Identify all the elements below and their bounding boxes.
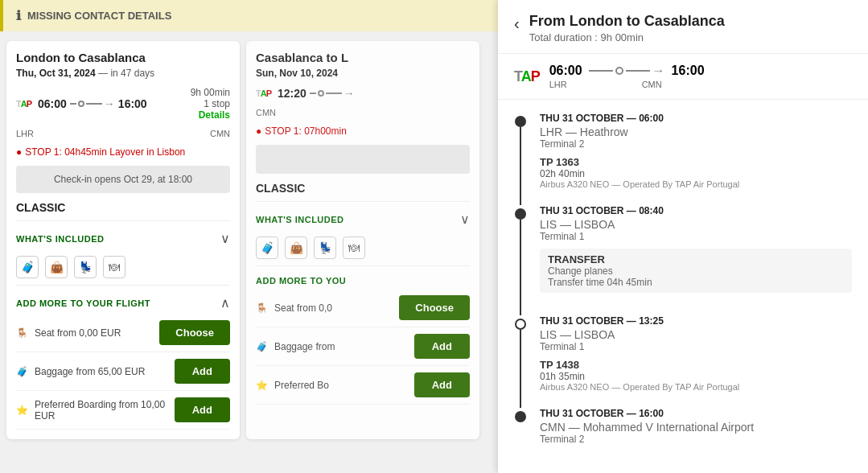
detail-header-info: From London to Casablanca Total duration…	[529, 13, 725, 43]
left-panel: ℹ MISSING CONTACT DETAILS London to Casa…	[0, 0, 499, 473]
timeline-item-0: THU 31 OCTOBER — 06:00 LHR — Heathrow Te…	[514, 113, 852, 205]
flight-1-stops: 1 stop	[191, 98, 230, 109]
flight-2-title: Casablanca to L	[256, 51, 470, 64]
seat-label-2: Seat from 0,0	[274, 302, 332, 314]
timeline-date-3: THU 31 OCTOBER — 16:00	[540, 408, 852, 419]
timeline-flight-2: TP 1438	[540, 359, 852, 371]
detail-depart-time: 06:00	[549, 64, 582, 78]
boarding-label-2: Preferred Bo	[274, 380, 329, 391]
bag-icon: 👜	[45, 256, 68, 278]
missing-banner: ℹ MISSING CONTACT DETAILS	[0, 0, 499, 31]
luggage-icon-2: 🧳	[256, 236, 278, 259]
timeline-terminal-1: Terminal 1	[540, 231, 852, 242]
add-more-label-2: ADD MORE TO YOU	[256, 276, 346, 286]
bag-label-2: Baggage from	[274, 341, 335, 352]
add-more-section: ADD MORE TO YOUR FLIGHT ∧ 🪑 Seat from 0,…	[16, 285, 230, 430]
meal-icon: 🍽	[103, 256, 125, 278]
included-icons-2: 🧳 👜 💺 🍽	[256, 236, 470, 259]
baggage-item-label: Baggage from 65,00 EUR	[35, 366, 145, 377]
flight-1-class: CLASSIC	[16, 201, 230, 214]
baggage-add-button-2[interactable]: Add	[414, 334, 470, 359]
timeline-aircraft-2: Airbus A320 NEO — Operated By TAP Air Po…	[540, 382, 852, 392]
transfer-box: TRANSFER Change planes Transfer time 04h…	[540, 249, 852, 293]
flight-1-title: London to Casablanca	[16, 51, 230, 64]
timeline-dot-1	[515, 208, 526, 220]
flight-2-times: 12:20 →	[278, 87, 355, 100]
whats-included-2: WHAT'S INCLUDED ∨ 🧳 👜 💺 🍽	[256, 201, 470, 259]
timeline-aircraft-0: Airbus A320 NEO — Operated By TAP Air Po…	[540, 179, 852, 189]
timeline-line-0	[520, 127, 521, 205]
flight-1-codes: LHR CMN	[16, 129, 230, 138]
boarding-icon-2: ⭐	[256, 380, 268, 391]
chevron-down-icon-2: ∨	[460, 212, 470, 227]
flight-detail-panel: ‹ From London to Casablanca Total durati…	[498, 0, 868, 473]
timeline-dot-3	[515, 411, 526, 422]
details-link[interactable]: Details	[191, 109, 230, 121]
flight-1-duration: 9h 00min	[191, 87, 230, 98]
timeline-flight-0: TP 1363	[540, 156, 852, 168]
detail-arrive-code: CMN	[642, 80, 662, 89]
detail-header: ‹ From London to Casablanca Total durati…	[498, 0, 868, 54]
seat-icon-2: 💺	[314, 236, 336, 259]
seat-item-row-2: 🪑 Seat from 0,0 Choose	[256, 289, 470, 327]
timeline-terminal-0: Terminal 2	[540, 138, 852, 150]
boarding-item-row-2: ⭐ Preferred Bo Add	[256, 366, 470, 405]
seat-choose-button[interactable]: Choose	[159, 320, 230, 345]
detail-title: From London to Casablanca	[529, 13, 725, 30]
flight-2-row: TAP 12:20 →	[256, 87, 470, 100]
meal-icon-2: 🍽	[343, 236, 365, 259]
timeline-item-1: THU 31 OCTOBER — 08:40 LIS — LISBOA Term…	[514, 205, 852, 315]
timeline-terminal-3: Terminal 2	[540, 434, 852, 445]
whats-included-header-2[interactable]: WHAT'S INCLUDED ∨	[256, 208, 470, 230]
whats-included-header[interactable]: WHAT'S INCLUDED ∨	[16, 228, 230, 249]
boarding-item-label: Preferred Boarding from 10,00 EUR	[35, 399, 175, 422]
timeline-terminal-2: Terminal 1	[540, 341, 852, 352]
flight-2-codes: CMN	[256, 108, 470, 117]
back-button[interactable]: ‹	[514, 13, 520, 33]
timeline: THU 31 OCTOBER — 06:00 LHR — Heathrow Te…	[498, 100, 868, 473]
add-more-header[interactable]: ADD MORE TO YOUR FLIGHT ∧	[16, 292, 230, 314]
timeline-item-3: THU 31 OCTOBER — 16:00 CMN — Mohammed V …	[514, 408, 852, 467]
timeline-dot-2	[515, 319, 526, 330]
flight-card-1: London to Casablanca Thu, Oct 31, 2024 —…	[6, 41, 240, 439]
boarding-add-button[interactable]: Add	[175, 397, 230, 422]
seat-icon-2b: 🪑	[256, 302, 268, 314]
boarding-item-row: ⭐ Preferred Boarding from 10,00 EUR Add	[16, 391, 230, 430]
chevron-up-icon: ∧	[220, 295, 230, 311]
timeline-date-2: THU 31 OCTOBER — 13:25	[540, 315, 852, 327]
timeline-item-2: THU 31 OCTOBER — 13:25 LIS — LISBOA Term…	[514, 315, 852, 408]
baggage-add-button[interactable]: Add	[175, 359, 230, 384]
baggage-item-icon: 🧳	[16, 366, 28, 377]
timeline-date-1: THU 31 OCTOBER — 08:40	[540, 205, 852, 216]
add-more-header-2[interactable]: ADD MORE TO YOU	[256, 273, 470, 289]
add-more-section-2: ADD MORE TO YOU 🪑 Seat from 0,0 Choose 🧳…	[256, 265, 470, 405]
whats-included-section: WHAT'S INCLUDED ∨ 🧳 👜 💺 🍽	[16, 220, 230, 278]
stop-badge-1: ● STOP 1: 04h45min Layover in Lisbon	[16, 146, 230, 158]
detail-depart-code: LHR	[549, 80, 567, 89]
whats-included-label: WHAT'S INCLUDED	[16, 234, 105, 244]
detail-arrive-time: 16:00	[672, 64, 705, 78]
timeline-airport-2: LIS — LISBOA	[540, 328, 852, 341]
detail-summary: TAP 06:00 → 16:00 LHR CMN	[498, 54, 868, 100]
seat-choose-button-2[interactable]: Choose	[399, 295, 470, 320]
baggage-item-row-2: 🧳 Baggage from Add	[256, 327, 470, 366]
chevron-down-icon: ∨	[220, 231, 230, 246]
timeline-date-0: THU 31 OCTOBER — 06:00	[540, 113, 852, 124]
stop-badge-2: ● STOP 1: 07h00min	[256, 125, 470, 137]
flight-1-row: TAP 06:00 → 16:00 9h 00min 1 stop Detail…	[16, 87, 230, 121]
included-icons: 🧳 👜 💺 🍽	[16, 256, 230, 278]
flight-2-class: CLASSIC	[256, 182, 470, 195]
tap-logo-1: TAP	[16, 99, 31, 109]
add-more-label: ADD MORE TO YOUR FLIGHT	[16, 298, 150, 308]
boarding-add-button-2[interactable]: Add	[414, 372, 470, 397]
flight-columns: London to Casablanca Thu, Oct 31, 2024 —…	[0, 41, 499, 439]
seat-item-row: 🪑 Seat from 0,00 EUR Choose	[16, 314, 230, 352]
bag-icon-2: 👜	[285, 236, 307, 259]
flight-2-date: Sun, Nov 10, 2024	[256, 68, 470, 79]
tap-logo-detail: TAP	[514, 68, 540, 85]
seat-icon: 💺	[74, 256, 97, 278]
detail-times-row: 06:00 → 16:00 LHR CMN	[549, 64, 705, 89]
transfer-change: Change planes	[548, 265, 844, 277]
timeline-line-2	[520, 330, 521, 408]
transfer-time: Transfer time 04h 45min	[548, 277, 844, 288]
